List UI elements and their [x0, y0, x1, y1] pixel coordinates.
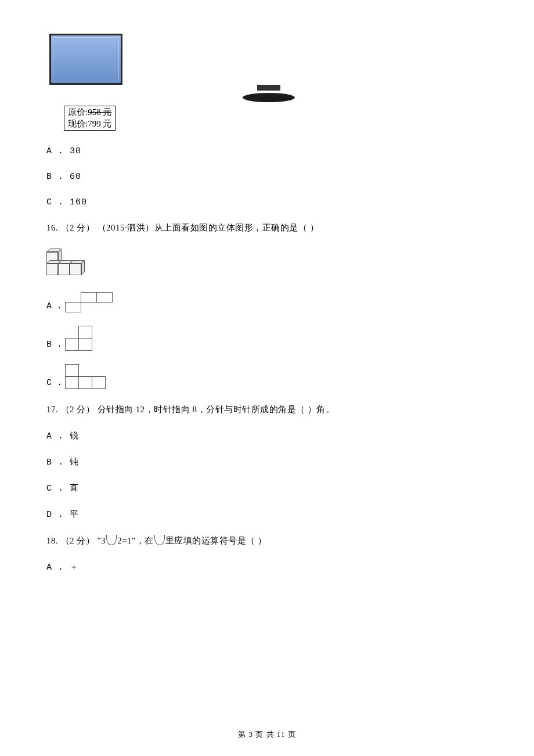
cube-3d-figure — [46, 249, 88, 279]
tv-screen — [49, 34, 122, 85]
current-price-label: 现价: — [68, 119, 88, 128]
q18-text: 18. （2 分） "32=1"，在里应填的运算符号是（ ） — [46, 535, 488, 546]
original-price: 原价:958 元 — [68, 107, 111, 118]
option-c-label: C . — [46, 378, 62, 388]
q17-option-a: A . 锐 — [46, 430, 488, 441]
q17-option-c: C . 直 — [46, 483, 488, 494]
blank-circle-icon — [154, 535, 165, 545]
page-footer: 第 3 页 共 11 页 — [0, 729, 534, 740]
q17-option-b: B . 钝 — [46, 456, 488, 467]
q16-option-c: C . — [46, 365, 488, 389]
original-price-value: 958 元 — [88, 107, 111, 117]
q18-suffix: 里应填的运算符号是（ ） — [165, 536, 267, 545]
q18-prefix: 18. （2 分） "3 — [46, 536, 106, 545]
q17-text: 17. （2 分） 分针指向 12，时针指向 8，分针与时针所成的角是（ ）角。 — [46, 404, 488, 415]
q15-option-b: B . 60 — [46, 171, 488, 182]
blank-circle-icon — [106, 535, 117, 545]
q17-option-d: D . 平 — [46, 509, 488, 520]
option-a-label: A . — [46, 301, 62, 311]
option-c-grid — [66, 365, 106, 389]
price-box: 原价:958 元 现价:799 元 — [64, 106, 116, 131]
q18-mid: 2=1"，在 — [117, 536, 154, 545]
option-b-label: B . — [46, 340, 62, 350]
cube-block — [70, 260, 85, 275]
q15-option-a: A . 30 — [46, 146, 488, 156]
q16-text: 16. （2 分） （2015·泗洪）从上面看如图的立体图形，正确的是（ ） — [46, 222, 488, 233]
original-price-label: 原价: — [68, 107, 88, 117]
current-price-value: 799 元 — [88, 119, 111, 128]
q18-option-a: A . ＋ — [46, 561, 488, 573]
q16-option-b: B . — [46, 326, 488, 351]
tv-stand — [243, 93, 295, 102]
tv-neck — [257, 85, 280, 91]
option-b-grid — [66, 326, 92, 351]
tv-illustration: 原价:958 元 现价:799 元 — [49, 34, 488, 131]
current-price: 现价:799 元 — [68, 118, 111, 130]
option-a-grid — [66, 293, 113, 312]
q16-option-a: A . — [46, 293, 488, 312]
q15-option-c: C . 160 — [46, 197, 488, 207]
